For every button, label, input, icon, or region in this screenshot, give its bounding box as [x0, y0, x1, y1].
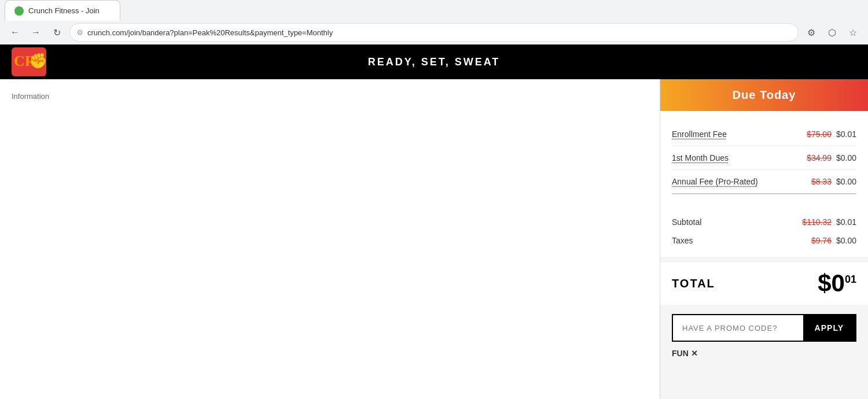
bookmark-button[interactable]: ☆	[845, 24, 861, 40]
total-amount: $0 01	[818, 271, 856, 295]
promo-tag: FUN ✕	[672, 349, 856, 358]
enrollment-fee-prices: $75.00 $0.01	[807, 130, 856, 139]
promo-section: APPLY FUN ✕	[660, 305, 868, 367]
address-bar[interactable]: ⊙ crunch.com/join/bandera?plan=Peak%20Re…	[69, 23, 799, 42]
promo-code-input[interactable]	[673, 315, 803, 341]
main-layout: Information Due Today Enrollment Fee $75…	[0, 79, 868, 399]
tab-label: Crunch Fitness - Join	[28, 6, 100, 15]
annual-fee-new-price: $0.00	[836, 177, 856, 186]
browser-chrome: Crunch Fitness - Join ← → ↻ ⊙ crunch.com…	[0, 0, 868, 45]
enrollment-fee-label: Enrollment Fee	[672, 130, 727, 139]
total-section: TOTAL $0 01	[660, 261, 868, 305]
annual-fee-row: Annual Fee (Pro-Rated) $8.33 $0.00	[672, 170, 856, 194]
apply-button[interactable]: APPLY	[803, 315, 855, 341]
svg-text:✊: ✊	[29, 51, 46, 70]
nav-bar: ← → ↻ ⊙ crunch.com/join/bandera?plan=Pea…	[0, 21, 868, 44]
first-month-original-price: $34.99	[807, 153, 832, 162]
browser-tab[interactable]: Crunch Fitness - Join	[5, 0, 120, 21]
nav-icons: ⚙ ⬡ ☆	[803, 24, 861, 40]
annual-fee-prices: $8.33 $0.00	[811, 177, 856, 186]
back-button[interactable]: ←	[7, 24, 23, 40]
forward-button[interactable]: →	[28, 24, 44, 40]
subtotal-row: Subtotal $110.32 $0.01	[672, 213, 856, 231]
total-main-value: $0	[818, 271, 845, 295]
enrollment-new-price: $0.01	[836, 130, 856, 139]
tab-bar: Crunch Fitness - Join	[0, 0, 868, 21]
taxes-new: $0.00	[836, 236, 856, 245]
first-month-dues-prices: $34.99 $0.00	[807, 153, 856, 162]
order-items: Enrollment Fee $75.00 $0.01 1st Month Du…	[660, 111, 868, 206]
translate-button[interactable]: ⬡	[824, 24, 840, 40]
breadcrumb: Information	[12, 92, 49, 101]
subtotal-label: Subtotal	[672, 217, 701, 227]
extensions-button[interactable]: ⚙	[803, 24, 819, 40]
taxes-original: $9.76	[811, 236, 832, 245]
subtotals-section: Subtotal $110.32 $0.01 Taxes $9.76 $0.00	[660, 206, 868, 257]
header-tagline: READY, SET, SWEAT	[368, 56, 501, 68]
site-header: CR ✊ READY, SET, SWEAT	[0, 45, 868, 79]
first-month-dues-label: 1st Month Dues	[672, 153, 729, 162]
crunch-logo: CR ✊	[12, 47, 46, 76]
subtotal-original: $110.32	[802, 217, 832, 227]
page-content: CR ✊ READY, SET, SWEAT Information Due T…	[0, 45, 868, 399]
due-today-label: Due Today	[733, 88, 796, 101]
first-month-new-price: $0.00	[836, 153, 856, 162]
taxes-prices: $9.76 $0.00	[811, 236, 856, 245]
promo-input-row: APPLY	[672, 314, 856, 342]
url-text: crunch.com/join/bandera?plan=Peak%20Resu…	[87, 28, 333, 37]
total-label: TOTAL	[672, 277, 715, 290]
subtotal-new: $0.01	[836, 217, 856, 227]
order-panel: Due Today Enrollment Fee $75.00 $0.01 1s…	[660, 79, 868, 399]
left-content: Information	[0, 79, 660, 399]
taxes-label: Taxes	[672, 236, 693, 245]
logo-fist: CR ✊	[12, 47, 46, 76]
promo-tag-text: FUN	[672, 349, 689, 358]
annual-fee-original-price: $8.33	[811, 177, 832, 186]
taxes-row: Taxes $9.76 $0.00	[672, 231, 856, 250]
security-icon: ⊙	[77, 28, 83, 36]
enrollment-original-price: $75.00	[807, 130, 832, 139]
first-month-dues-row: 1st Month Dues $34.99 $0.00	[672, 146, 856, 170]
promo-tag-close-button[interactable]: ✕	[691, 349, 698, 358]
annual-fee-label: Annual Fee (Pro-Rated)	[672, 177, 758, 186]
due-today-header: Due Today	[660, 79, 868, 111]
enrollment-fee-row: Enrollment Fee $75.00 $0.01	[672, 123, 856, 146]
subtotal-prices: $110.32 $0.01	[802, 217, 856, 227]
total-cents-value: 01	[845, 274, 856, 286]
reload-button[interactable]: ↻	[49, 24, 65, 40]
tab-dot	[14, 6, 24, 16]
